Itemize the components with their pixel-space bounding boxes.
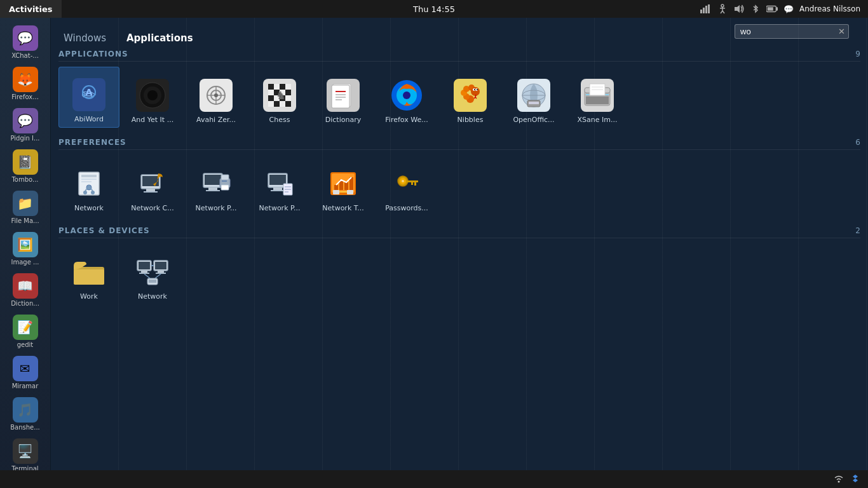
places-count: 2 — [855, 226, 860, 235]
network-p2-label: Network P... — [259, 204, 301, 212]
svg-rect-112 — [273, 187, 282, 190]
sidebar-item-imageviewer[interactable]: 🖼️ Image ... — [5, 229, 46, 268]
search-clear-button[interactable]: ✕ — [838, 27, 845, 36]
sidebar-item-firefox[interactable]: 🦊 Firefox... — [5, 64, 46, 103]
svg-rect-11 — [776, 7, 778, 10]
tab-applications[interactable]: Applications — [124, 31, 196, 45]
app-passwords[interactable]: Passwords... — [376, 155, 437, 216]
applications-count: 9 — [855, 50, 860, 58]
accessibility-icon — [717, 3, 728, 15]
svg-rect-36 — [268, 95, 274, 101]
tab-windows[interactable]: Windows — [61, 31, 109, 45]
work-folder-icon — [71, 254, 107, 290]
svg-line-8 — [722, 11, 724, 13]
app-avahi[interactable]: Avahi Zer... — [186, 67, 247, 128]
sidebar-miramar-label: Miramar — [6, 383, 44, 390]
openoffice-icon — [516, 78, 552, 113]
app-dictionary[interactable]: Dictionary — [313, 67, 374, 128]
bluetooth-icon — [750, 3, 761, 15]
sidebar-item-banshee[interactable]: 🎵 Banshe... — [5, 395, 46, 433]
place-network[interactable]: Network — [122, 243, 183, 304]
svg-rect-0 — [700, 10, 702, 13]
svg-point-131 — [402, 180, 404, 182]
place-work[interactable]: Work — [58, 243, 119, 304]
app-xsane[interactable]: XSane Im... — [567, 67, 628, 128]
openoffice-label: OpenOffic... — [513, 116, 554, 124]
app-chess[interactable]: ♞ Chess — [249, 67, 310, 128]
app-network[interactable]: Network — [58, 155, 119, 216]
applications-grid: ✏ A AbiWord — [58, 67, 860, 128]
preferences-grid: Network — [58, 155, 860, 216]
svg-rect-35 — [285, 90, 291, 95]
topbar: Activities Thu 14:55 — [0, 0, 868, 18]
svg-rect-12 — [768, 7, 773, 10]
svg-point-150 — [838, 480, 840, 482]
svg-rect-31 — [285, 84, 291, 90]
svg-rect-140 — [139, 273, 149, 274]
passwords-icon — [389, 166, 424, 201]
bottombar — [0, 470, 868, 488]
sidebar-item-pidgin[interactable]: 💬 Pidgin I... — [5, 105, 46, 144]
app-abiword[interactable]: ✏ A AbiWord — [58, 67, 119, 128]
svg-rect-42 — [280, 101, 285, 107]
preferences-section: PREFERENCES 6 — [58, 138, 860, 216]
svg-rect-138 — [139, 262, 150, 269]
app-openoffice[interactable]: OpenOffic... — [503, 67, 564, 128]
places-section: PLACES & DEVICES 2 Work — [58, 226, 860, 304]
svg-rect-2 — [705, 6, 707, 13]
topbar-right: 💬 Andreas Nilsson — [700, 3, 868, 15]
sidebar-imageviewer-label: Image ... — [6, 259, 44, 266]
network-icon — [71, 166, 107, 201]
app-firefox[interactable]: Firefox We... — [376, 67, 437, 128]
sidebar-tomboy-label: Tombo... — [6, 176, 44, 183]
clock-time: Thu 14:55 — [413, 4, 455, 14]
activities-button[interactable]: Activities — [0, 0, 62, 18]
svg-rect-111 — [269, 175, 286, 185]
chess-icon: ♞ — [262, 78, 297, 113]
app-andyetit[interactable]: And Yet It ... — [122, 67, 183, 128]
svg-rect-106 — [221, 175, 229, 180]
app-nibbles[interactable]: Nibbles — [440, 67, 501, 128]
search-input[interactable] — [735, 24, 849, 39]
network-p2-icon — [262, 166, 297, 201]
applications-title: APPLICATIONS — [58, 50, 128, 58]
sidebar-item-miramar[interactable]: ✉️ Miramar — [5, 353, 46, 392]
app-network-connections[interactable]: Network C... — [122, 155, 183, 216]
svg-point-62 — [471, 87, 480, 96]
app-network-p2[interactable]: Network P... — [249, 155, 310, 216]
network-tools-icon — [325, 166, 361, 201]
svg-rect-99 — [144, 191, 158, 193]
abiword-icon: ✏ A — [71, 77, 107, 112]
network-proxy-label: Network P... — [196, 204, 237, 212]
sidebar-item-gedit[interactable]: 📝 gedit — [5, 312, 46, 351]
svg-text:A: A — [86, 87, 93, 97]
svg-rect-28 — [268, 84, 274, 90]
network-proxy-icon — [198, 166, 234, 201]
svg-line-148 — [144, 274, 150, 278]
svg-rect-102 — [205, 175, 221, 185]
user-name[interactable]: Andreas Nilsson — [799, 4, 860, 13]
main-scroll[interactable]: APPLICATIONS 9 ✏ A AbiWord — [51, 50, 868, 488]
sidebar-item-terminal[interactable]: 🖥️ Terminal — [5, 436, 46, 475]
svg-rect-132 — [407, 180, 418, 182]
sidebar-item-filemanager[interactable]: 📁 File Ma... — [5, 188, 46, 227]
places-title: PLACES & DEVICES — [58, 226, 150, 235]
network-place-label: Network — [138, 292, 167, 301]
sidebar-item-xchat[interactable]: 💬 XChat-... — [5, 23, 46, 62]
svg-text:♞: ♞ — [276, 88, 286, 102]
sidebar-xchat-label: XChat-... — [6, 52, 44, 59]
sidebar-item-dictionary[interactable]: 📖 Diction... — [5, 271, 46, 309]
app-network-tools[interactable]: Network T... — [313, 155, 374, 216]
sidebar-dictionary-label: Diction... — [6, 300, 44, 307]
svg-rect-139 — [141, 271, 147, 273]
svg-rect-98 — [146, 189, 155, 191]
svg-rect-143 — [158, 271, 164, 273]
sidebar-item-tomboy[interactable]: 📓 Tombo... — [5, 147, 46, 186]
sidebar-firefox-label: Firefox... — [6, 93, 44, 100]
svg-rect-125 — [333, 190, 339, 194]
app-network-proxy[interactable]: Network P... — [186, 155, 247, 216]
places-grid: Work — [58, 243, 860, 304]
nibbles-label: Nibbles — [458, 116, 484, 124]
abiword-label: AbiWord — [74, 115, 104, 123]
svg-rect-126 — [347, 190, 353, 194]
